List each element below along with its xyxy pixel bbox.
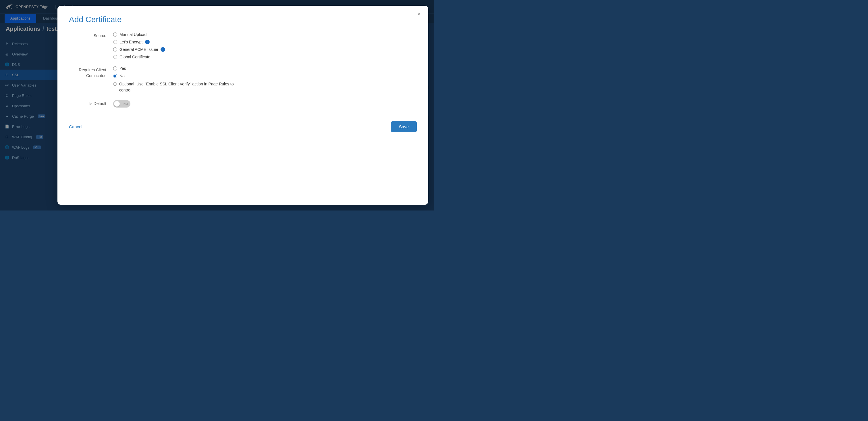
- client-cert-label-1: Requires Client: [79, 67, 106, 72]
- client-cert-optional-radio[interactable]: [113, 82, 117, 86]
- client-cert-no-radio[interactable]: [113, 74, 117, 78]
- toggle-knob: [114, 101, 120, 107]
- client-cert-no-option[interactable]: No: [113, 74, 234, 78]
- source-letsencrypt-option[interactable]: Let's Encrypt i: [113, 40, 165, 44]
- source-form-row: Source Manual Upload Let's Encrypt i Gen…: [69, 32, 417, 59]
- cancel-button[interactable]: Cancel: [69, 124, 83, 129]
- source-global-option[interactable]: Global Certificate: [113, 55, 165, 59]
- save-button[interactable]: Save: [391, 121, 417, 132]
- source-label: Source: [69, 32, 106, 59]
- source-letsencrypt-radio[interactable]: [113, 40, 117, 44]
- source-acme-label: General ACME Issuer: [120, 47, 158, 52]
- client-cert-label: Requires Client Certificates: [69, 66, 106, 93]
- client-cert-label-2: Certificates: [86, 73, 106, 78]
- client-cert-optional-option[interactable]: Optional, Use "Enable SSL Client Verify"…: [113, 81, 234, 93]
- client-cert-yes-radio[interactable]: [113, 66, 117, 71]
- source-global-label: Global Certificate: [120, 55, 150, 59]
- is-default-label: Is Default: [69, 100, 106, 108]
- source-controls: Manual Upload Let's Encrypt i General AC…: [113, 32, 165, 59]
- client-cert-no-label: No: [120, 74, 125, 78]
- source-global-radio[interactable]: [113, 55, 117, 59]
- source-acme-radio[interactable]: [113, 48, 117, 52]
- add-certificate-modal: × Add Certificate Source Manual Upload L…: [57, 6, 428, 205]
- modal-footer: Cancel Save: [69, 117, 417, 132]
- acme-info-icon[interactable]: i: [161, 47, 165, 52]
- client-cert-optional-label: Optional, Use "Enable SSL Client Verify"…: [119, 81, 234, 93]
- letsencrypt-info-icon[interactable]: i: [145, 40, 150, 44]
- source-letsencrypt-label: Let's Encrypt: [120, 40, 143, 44]
- is-default-toggle[interactable]: NO: [113, 100, 130, 108]
- source-manual-option[interactable]: Manual Upload: [113, 32, 165, 37]
- toggle-label: NO: [124, 102, 128, 106]
- modal-title: Add Certificate: [69, 15, 417, 24]
- source-manual-label: Manual Upload: [120, 32, 147, 37]
- client-cert-controls: Yes No Optional, Use "Enable SSL Client …: [113, 66, 234, 93]
- client-cert-form-row: Requires Client Certificates Yes No Opti…: [69, 66, 417, 93]
- source-acme-option[interactable]: General ACME Issuer i: [113, 47, 165, 52]
- client-cert-yes-option[interactable]: Yes: [113, 66, 234, 71]
- close-button[interactable]: ×: [415, 10, 423, 17]
- source-manual-radio[interactable]: [113, 32, 117, 36]
- is-default-form-row: Is Default NO: [69, 100, 417, 108]
- toggle-container: NO: [113, 100, 130, 108]
- client-cert-yes-label: Yes: [120, 66, 126, 71]
